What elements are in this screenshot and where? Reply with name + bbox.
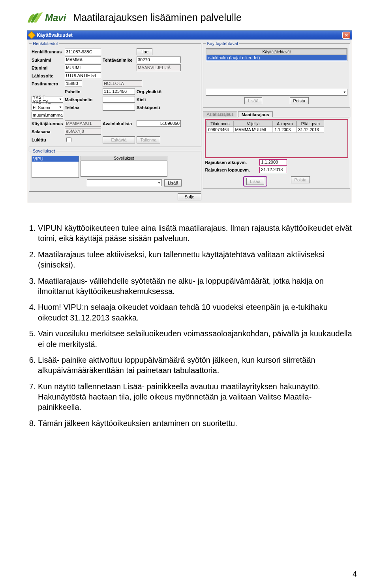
chevron-down-icon: ▼ xyxy=(158,181,161,185)
mavi-leaf-icon xyxy=(27,12,43,23)
list-item[interactable]: e-tukihaku (laajat oikeudet) xyxy=(206,55,347,60)
list-item: Huom! VIPU:n selaaja oikeudet voidaan te… xyxy=(38,302,352,323)
dd-kieli[interactable]: FI Suomi▼ xyxy=(32,104,63,111)
list-item: Lisää- painike aktivoituu loppupäivämäär… xyxy=(38,355,352,376)
mavi-logo: Mavi xyxy=(27,12,66,23)
lbl-salasana: Salasana xyxy=(32,129,63,134)
lbl-telefax: Telefax xyxy=(65,105,101,110)
field-tehtavanimike2: MAANVILJELIJÄ xyxy=(137,64,181,71)
field-puhelin[interactable]: 111 123456 xyxy=(103,88,135,95)
close-icon[interactable]: ✕ xyxy=(342,32,350,39)
logo-text: Mavi xyxy=(45,12,66,23)
list-item: Maatilarajaus tulee aktiiviseksi, kun ta… xyxy=(38,249,352,270)
highlight-maatila-grid: Tilatunnus Viljelijä Alkupvm Päätt.pvm 0… xyxy=(205,119,348,158)
field-kayttajatunnus: MAMMAMU1 xyxy=(65,120,101,127)
list-item: Vain vuosiluku merkitsee selailuoikeuden… xyxy=(38,328,352,349)
field-matkapuhelin[interactable] xyxy=(103,96,135,103)
field-postinumero[interactable]: 15880 xyxy=(65,80,82,87)
slide-header: Mavi Maatilarajauksen lisääminen palvelu… xyxy=(27,12,352,23)
lisaa-sovellus-button[interactable]: Lisää xyxy=(164,179,182,187)
lbl-rajaus-loppu: Rajauksen loppupvm. xyxy=(205,168,256,172)
list-item: Tämän jälkeen käyttöoikeuksien antaminen… xyxy=(38,418,352,428)
poista-rajaus-button[interactable]: Poista xyxy=(291,176,310,183)
field-lahiosoite[interactable]: UTULANTIE 54 xyxy=(65,72,101,79)
lisaa-rajaus-button[interactable]: Lisää xyxy=(246,178,264,185)
list-header: Käyttäjätehtävät xyxy=(206,49,347,55)
list-item: Kun näyttö tallennetaan Lisää- painikkee… xyxy=(38,381,352,413)
col-tilatunnus: Tilatunnus xyxy=(206,121,233,127)
lbl-tehtavanimike: Tehtävänimike xyxy=(103,58,135,62)
field-avainlukulista[interactable]: 51896050 xyxy=(137,120,181,127)
col-paattpvm: Päätt.pvm xyxy=(296,121,324,127)
app-window: Käyttövaltuudet ✕ Henkilötiedot Henkilöt… xyxy=(27,30,352,203)
lbl-henkilotunnus: Henkilötunnus xyxy=(32,49,63,54)
henkilotiedot-group: Henkilötiedot Henkilötunnus 311087-988C … xyxy=(29,41,201,147)
poista-tehtava-button[interactable]: Poista xyxy=(290,97,309,104)
sulje-button[interactable]: Sulje xyxy=(178,193,201,200)
page-number: 4 xyxy=(353,569,357,579)
kayttajatehtavat-list[interactable]: Käyttäjätehtävät e-tukihaku (laajat oike… xyxy=(206,48,347,61)
rajaus-tabs: Asiakasrajaus Maatilarajaus xyxy=(203,111,350,117)
dd-sovellus[interactable]: ▼ xyxy=(87,179,162,186)
lbl-postinumero: Postinumero xyxy=(32,81,63,86)
esitayta-button[interactable]: Esitäytä xyxy=(103,136,135,143)
sovellukset-list2[interactable] xyxy=(81,161,167,177)
body-text: VIPUN käyttöoikeuteen tulee aina lisätä … xyxy=(27,223,352,428)
lbl-sukunimi: Sukunimi xyxy=(32,58,63,62)
kayttajatehtavat-legend: Käyttäjätehtävät xyxy=(206,41,239,46)
lbl-orgyksikko: Org.yksikkö xyxy=(137,89,181,94)
tab-asiakasrajaus[interactable]: Asiakasrajaus xyxy=(203,111,237,117)
field-tehtavanimike[interactable]: 30270 xyxy=(137,57,181,63)
lbl-lukittu: Lukittu xyxy=(32,138,63,142)
dd-orgyksikko[interactable]: YKSIT YKSITY...▼ xyxy=(32,96,63,103)
lbl-rajaus-alku: Rajauksen alkupvm. xyxy=(205,160,256,165)
checkbox-lukittu[interactable] xyxy=(66,137,71,142)
field-salasana: e5fAXYj8 xyxy=(65,128,101,135)
chevron-down-icon: ▼ xyxy=(59,106,62,109)
lbl-etunimi: Etunimi xyxy=(32,66,63,70)
field-postitoimipaikka: HOLLOLA xyxy=(103,80,142,87)
lbl-matkapuhelin: Matkapuhelin xyxy=(65,97,101,102)
field-telefax[interactable] xyxy=(103,104,135,111)
henkilotiedot-legend: Henkilötiedot xyxy=(32,41,59,46)
chevron-down-icon: ▼ xyxy=(59,98,62,101)
dd-kayttajatehtava[interactable]: ▼ xyxy=(206,89,347,96)
sovellukset-group: Sovellukset VIPU Sovellukset ▼ Lisää xyxy=(29,149,201,192)
field-etunimi[interactable]: MUUMI xyxy=(65,64,101,71)
hae-button[interactable]: Hae xyxy=(137,48,152,55)
lbl-sahkoposti: Sähköposti xyxy=(137,105,181,110)
table-row[interactable]: 098073464 MAMMA MUUMI 1.1.2008 31.12.201… xyxy=(206,127,347,133)
sovellukset-list-header: Sovellukset xyxy=(81,156,167,161)
sovellukset-legend: Sovellukset xyxy=(32,149,56,153)
list-item[interactable]: VIPU xyxy=(32,156,79,162)
field-rajaus-alku[interactable]: 1.1.2008 xyxy=(259,159,287,166)
lbl-kieli: Kieli xyxy=(137,97,181,102)
field-sahkoposti[interactable]: muumi.mamma@ho xyxy=(32,112,63,119)
list-item: Maatilarajaus- välilehdelle syötetään ne… xyxy=(38,276,352,297)
maatilarajaus-panel: Tilatunnus Viljelijä Alkupvm Päätt.pvm 0… xyxy=(203,117,350,188)
field-rajaus-loppu[interactable]: 31.12.2013 xyxy=(259,167,287,173)
list-item: VIPUN käyttöoikeuteen tulee aina lisätä … xyxy=(38,223,352,244)
sovellukset-list[interactable]: VIPU xyxy=(32,156,79,178)
tab-maatilarajaus[interactable]: Maatilarajaus xyxy=(238,111,273,117)
field-sukunimi[interactable]: MAMMA xyxy=(65,57,101,63)
lisaa-tehtava-button[interactable]: Lisää xyxy=(244,97,262,104)
window-titlebar: Käyttövaltuudet ✕ xyxy=(27,31,352,40)
chevron-down-icon: ▼ xyxy=(343,90,346,94)
highlight-lisaa-button: Lisää xyxy=(243,176,267,187)
lbl-puhelin: Puhelin xyxy=(65,89,101,94)
col-viljelija: Viljelijä xyxy=(233,121,273,127)
slide-title: Maatilarajauksen lisääminen palvelulle xyxy=(73,12,242,23)
lbl-lahiosoite: Lähiosoite xyxy=(32,74,63,78)
window-title: Käyttövaltuudet xyxy=(37,32,73,38)
col-alkupvm: Alkupvm xyxy=(273,121,296,127)
lbl-kayttajatunnus: Käyttäjätunnus xyxy=(32,121,63,126)
field-henkilotunnus[interactable]: 311087-988C xyxy=(65,49,101,55)
kayttajatehtavat-group: Käyttäjätehtävät Käyttäjätehtävät e-tuki… xyxy=(203,41,350,108)
tallenna-button[interactable]: Tallenna xyxy=(137,136,160,143)
window-icon xyxy=(28,31,36,39)
lbl-avainlukulista: Avainlukulista xyxy=(103,121,135,126)
